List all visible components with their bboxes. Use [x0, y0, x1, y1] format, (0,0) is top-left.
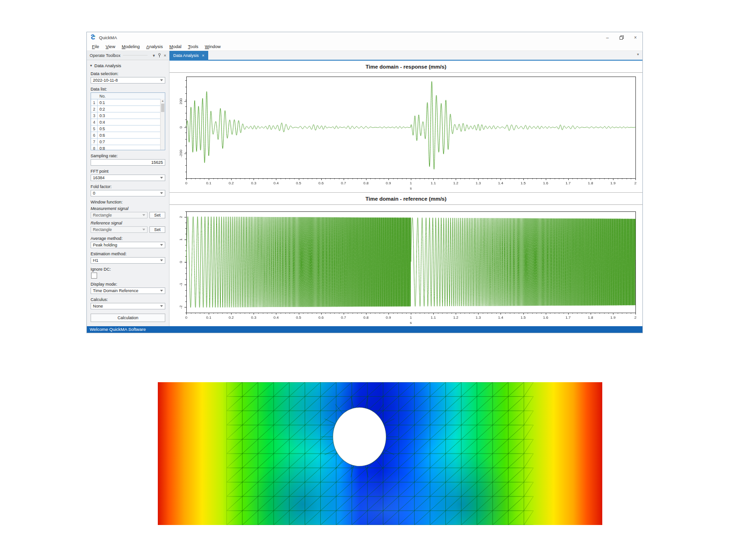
- fft-point-label: FFT point: [91, 169, 165, 174]
- response-chart-widget: Time domain - response (mm/s): [169, 61, 642, 193]
- row-number: 3: [91, 112, 98, 119]
- reference-signal-select[interactable]: Rectangle: [91, 226, 148, 233]
- data-list-scrollbar[interactable]: ▲: [160, 99, 165, 150]
- tab-label: Data Analysis: [173, 53, 199, 58]
- data-list-row[interactable]: 30:3: [91, 112, 165, 119]
- estimation-method-value: H1: [93, 258, 99, 263]
- data-selection-select[interactable]: 2022-10-11-8: [91, 77, 165, 84]
- display-mode-value: Time Domain Reference: [93, 288, 138, 293]
- row-value: 0:3: [98, 113, 105, 118]
- data-list-table: No. 10:120:230:340:450:560:670:780:890:9…: [91, 92, 165, 150]
- reference-signal-value: Rectangle: [93, 227, 112, 232]
- tab-data-analysis[interactable]: Data Analysis ×: [169, 51, 208, 60]
- data-list-row[interactable]: 80:8: [91, 145, 165, 150]
- app-logo-icon: [90, 34, 97, 41]
- data-list-row[interactable]: 70:7: [91, 139, 165, 145]
- menu-item-modal[interactable]: Modal: [166, 43, 185, 49]
- sampling-rate-label: Sampling rate:: [91, 154, 165, 158]
- reference-chart-widget: Time domain - reference (mm/s): [169, 193, 642, 326]
- sampling-rate-input[interactable]: 15625: [91, 159, 165, 166]
- reference-plot-area: [169, 205, 642, 326]
- close-button[interactable]: ×: [628, 32, 642, 42]
- chevron-down-icon: [142, 229, 145, 231]
- toolbox-pin-icon[interactable]: [158, 53, 161, 57]
- chevron-down-icon: [160, 259, 163, 261]
- average-method-label: Average method:: [91, 236, 165, 241]
- toolbox-close-icon[interactable]: ×: [164, 53, 166, 58]
- row-value: 0:5: [98, 126, 105, 131]
- display-mode-select[interactable]: Time Domain Reference: [91, 287, 165, 294]
- calculus-label: Calculus:: [91, 297, 165, 302]
- display-mode-label: Display mode:: [91, 282, 165, 287]
- operate-toolbox-panel: Operate Toolbox ▾ × ▾ Data Analysis Data…: [87, 51, 169, 326]
- toolbox-body: ▾ Data Analysis Data selection: 2022-10-…: [87, 60, 169, 326]
- calculus-value: None: [93, 304, 103, 308]
- section-collapse-icon: ▾: [90, 63, 92, 68]
- data-list-row[interactable]: 20:2: [91, 106, 165, 112]
- data-list-row[interactable]: 60:6: [91, 132, 165, 139]
- chevron-down-icon: [160, 305, 163, 307]
- data-list-row[interactable]: 40:4: [91, 119, 165, 126]
- row-number: 7: [91, 139, 98, 145]
- data-selection-label: Data selection:: [91, 71, 165, 76]
- tabbar-pin-icon[interactable]: ▼: [636, 53, 640, 56]
- chart-document: Time domain - response (mm/s) Time domai…: [169, 61, 642, 326]
- response-chart-title: Time domain - response (mm/s): [169, 61, 642, 73]
- measurement-signal-label: Measurement signal: [91, 206, 165, 211]
- reference-chart-canvas: [169, 205, 642, 326]
- reference-chart-title: Time domain - reference (mm/s): [169, 193, 642, 205]
- data-list-row[interactable]: 50:5: [91, 126, 165, 132]
- app-window: QuickMA – × FileViewModelingAnalysisModa…: [86, 32, 643, 333]
- sampling-rate-value: 15625: [151, 160, 163, 165]
- main-area: Data Analysis × ▼ Time domain - response…: [169, 51, 642, 326]
- row-value: 0:4: [98, 120, 105, 125]
- window-content: Operate Toolbox ▾ × ▾ Data Analysis Data…: [87, 51, 642, 326]
- menu-item-analysis[interactable]: Analysis: [143, 43, 166, 49]
- estimation-method-label: Estimation method:: [91, 252, 165, 256]
- ignore-dc-checkbox[interactable]: [91, 273, 97, 279]
- toolbox-header: Operate Toolbox ▾ ×: [87, 51, 169, 60]
- calculus-select[interactable]: None: [91, 303, 165, 309]
- menu-item-view[interactable]: View: [102, 43, 118, 49]
- average-method-select[interactable]: Peak holding: [91, 242, 165, 248]
- estimation-method-select[interactable]: H1: [91, 257, 165, 264]
- measurement-set-button[interactable]: Set: [149, 212, 165, 218]
- fold-factor-label: Fold factor:: [91, 184, 165, 189]
- reference-set-button[interactable]: Set: [149, 226, 165, 233]
- average-method-value: Peak holding: [93, 243, 117, 247]
- menu-item-modeling[interactable]: Modeling: [119, 43, 143, 49]
- calculation-button[interactable]: Calculation: [91, 314, 165, 322]
- response-plot-area: [169, 73, 642, 192]
- fft-point-select[interactable]: 16384: [91, 175, 165, 181]
- measurement-signal-select[interactable]: Rectangle: [91, 212, 148, 218]
- row-value: 0:7: [98, 140, 105, 144]
- data-selection-value: 2022-10-11-8: [93, 78, 118, 83]
- row-number: 8: [91, 145, 98, 150]
- row-value: 0:2: [98, 107, 105, 112]
- scroll-up-icon[interactable]: ▲: [161, 99, 165, 103]
- menu-item-file[interactable]: File: [89, 43, 102, 49]
- toolbox-dropdown-icon[interactable]: ▾: [153, 53, 155, 58]
- fold-factor-value: 0: [93, 191, 95, 196]
- section-title: Data Analysis: [94, 63, 121, 68]
- tab-strip: Data Analysis × ▼: [169, 51, 642, 61]
- toolbox-title: Operate Toolbox: [90, 53, 120, 58]
- row-number: 6: [91, 132, 98, 138]
- tab-close-icon[interactable]: ×: [202, 53, 204, 58]
- data-list-row[interactable]: 10:1: [91, 99, 165, 106]
- chevron-down-icon: [160, 244, 163, 246]
- restore-icon: [620, 35, 624, 40]
- scrollbar-thumb[interactable]: [161, 104, 164, 112]
- row-number: 2: [91, 106, 98, 112]
- ignore-dc-label: Ignore DC:: [91, 267, 165, 272]
- menu-item-window[interactable]: Window: [202, 43, 224, 49]
- restore-button[interactable]: [614, 32, 628, 42]
- menu-item-tools[interactable]: Tools: [185, 43, 202, 49]
- minimize-button[interactable]: –: [600, 32, 614, 42]
- window-function-label: Window function:: [91, 200, 165, 204]
- data-list-header-no: No.: [97, 94, 106, 98]
- reference-signal-label: Reference signal: [91, 221, 165, 225]
- section-data-analysis[interactable]: ▾ Data Analysis: [90, 63, 165, 68]
- fold-factor-select[interactable]: 0: [91, 190, 165, 196]
- row-value: 0:8: [98, 146, 105, 151]
